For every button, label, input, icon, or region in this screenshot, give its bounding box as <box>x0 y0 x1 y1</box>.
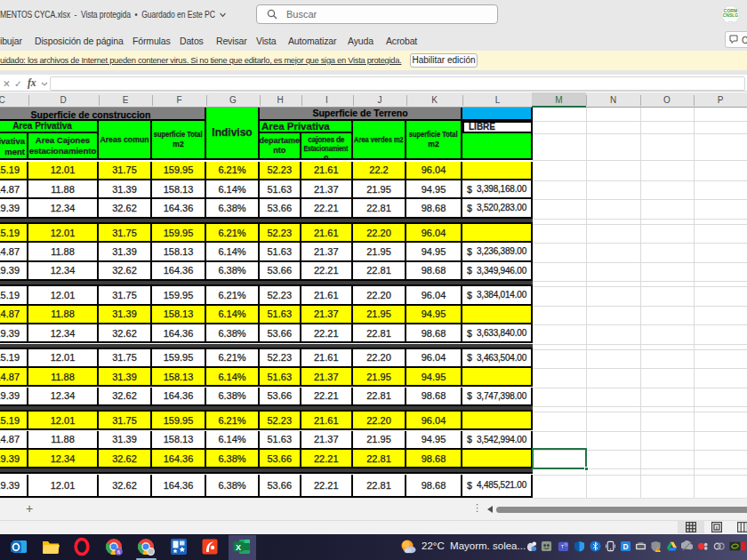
svg-text:D: D <box>622 542 628 551</box>
svg-text:X: X <box>236 543 241 552</box>
svg-text:T: T <box>560 544 564 549</box>
